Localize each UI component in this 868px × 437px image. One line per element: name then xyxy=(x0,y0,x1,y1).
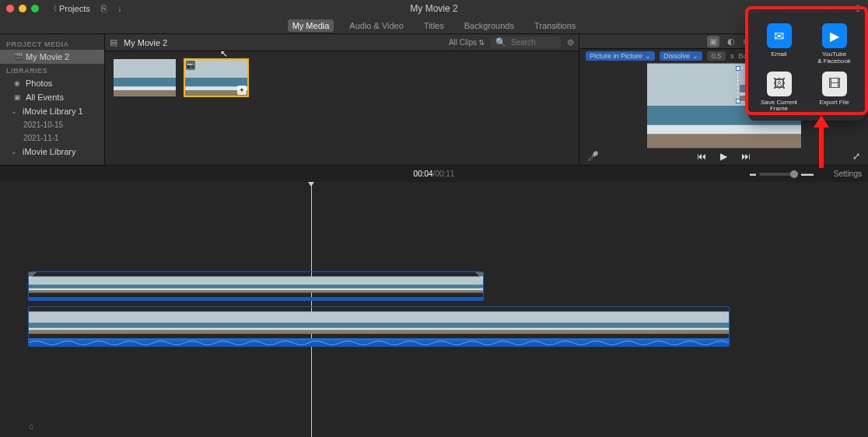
svg-rect-152 xyxy=(663,312,701,323)
share-export-file[interactable]: 🎞 Export File xyxy=(808,72,860,114)
settings-gear-icon[interactable]: ⊚ xyxy=(567,37,574,47)
timeline[interactable]: ♫ xyxy=(0,182,868,437)
clip-thumb-2[interactable]: 📷 + xyxy=(184,59,248,96)
email-icon: ✉ xyxy=(767,23,792,48)
minimize-window[interactable] xyxy=(19,5,26,12)
svg-rect-84 xyxy=(29,312,66,323)
search-field[interactable]: 🔍 xyxy=(491,37,561,48)
next-icon[interactable]: ⏭ xyxy=(741,151,751,162)
overlay-track-clip[interactable] xyxy=(28,271,484,301)
svg-rect-86 xyxy=(29,328,66,330)
prev-icon[interactable]: ⏮ xyxy=(697,151,706,162)
sidebar-photos[interactable]: ◉ Photos xyxy=(0,76,104,90)
sidebar-library-1[interactable]: ⌄ iMovie Library 1 xyxy=(0,104,104,118)
media-browser: ▤ My Movie 2 All Clips ⇅ 🔍 ⊚ 📷 + xyxy=(105,34,579,165)
svg-rect-78 xyxy=(437,288,464,290)
color-balance-icon[interactable]: ◐ xyxy=(727,37,735,47)
clip-audio xyxy=(29,297,483,301)
clip-audio xyxy=(29,338,729,347)
svg-rect-34 xyxy=(138,288,165,290)
overlay-icon[interactable]: ▣ xyxy=(707,36,719,47)
list-icon[interactable]: ▤ xyxy=(110,37,117,47)
sidebar-project[interactable]: 🎬 My Movie 2 xyxy=(0,50,104,64)
tab-transitions[interactable]: Transitions xyxy=(530,19,580,32)
updown-icon: ⇅ xyxy=(478,38,485,47)
transition-label: Dissolve xyxy=(663,52,690,60)
download-icon[interactable]: ↓ xyxy=(117,3,122,14)
svg-rect-99 xyxy=(141,330,178,334)
chevron-down-icon: ⌄ xyxy=(645,52,651,60)
transition-dropdown[interactable]: Dissolve ⌄ xyxy=(660,51,702,61)
sidebar-header-libraries: LIBRARIES xyxy=(0,64,104,76)
svg-rect-56 xyxy=(301,277,328,285)
tab-audio-video[interactable]: Audio & Video xyxy=(345,19,408,32)
zoom-window[interactable] xyxy=(31,5,39,12)
svg-rect-63 xyxy=(328,290,355,293)
svg-rect-146 xyxy=(589,328,626,330)
share-popover: ✉ Email ▶ YouTube & Facebook 🖼 Save Curr… xyxy=(748,16,865,121)
projects-back-button[interactable]: 〈 Projects xyxy=(50,4,90,14)
close-window[interactable] xyxy=(6,5,14,12)
svg-rect-18 xyxy=(29,288,56,290)
svg-rect-91 xyxy=(66,330,103,334)
browser-header: ▤ My Movie 2 All Clips ⇅ 🔍 ⊚ xyxy=(105,34,579,51)
sidebar-all-events[interactable]: ▣ All Events xyxy=(0,90,104,104)
svg-rect-28 xyxy=(110,277,138,285)
search-input[interactable] xyxy=(509,37,556,47)
svg-rect-116 xyxy=(327,312,365,323)
play-icon[interactable]: ▶ xyxy=(720,151,727,162)
fullscreen-icon[interactable]: ⤢ xyxy=(852,151,860,162)
sidebar-event-2[interactable]: 2021-11-1 xyxy=(0,131,104,145)
document-title: My Movie 2 xyxy=(0,3,868,14)
share-save-frame[interactable]: 🖼 Save Current Frame xyxy=(753,72,805,114)
zoom-slider[interactable]: ▬ ▬▬ xyxy=(750,170,814,177)
svg-rect-95 xyxy=(103,330,141,334)
duration-input[interactable]: 0.5 xyxy=(707,51,726,61)
share-icon[interactable]: ⇪ xyxy=(854,3,862,14)
tab-titles[interactable]: Titles xyxy=(419,19,449,32)
clip-filter-dropdown[interactable]: All Clips ⇅ xyxy=(449,38,485,47)
add-icon[interactable]: + xyxy=(237,86,247,95)
image-icon: 🖼 xyxy=(767,72,792,96)
svg-rect-123 xyxy=(365,330,402,334)
svg-rect-120 xyxy=(365,312,402,323)
zoom-in-icon: ▬▬ xyxy=(801,170,814,177)
timeline-settings-button[interactable]: Settings xyxy=(834,170,862,178)
sidebar-event-1[interactable]: 2021-10-15 xyxy=(0,118,104,131)
sidebar-item-label: All Events xyxy=(26,93,64,102)
projects-label: Projects xyxy=(59,4,90,13)
svg-rect-88 xyxy=(66,312,103,323)
svg-rect-132 xyxy=(477,312,514,323)
tab-my-media[interactable]: My Media xyxy=(288,19,334,32)
svg-rect-115 xyxy=(290,330,327,334)
primary-track-clip[interactable] xyxy=(28,306,730,347)
svg-rect-40 xyxy=(192,277,219,285)
import-icon[interactable]: ⎘ xyxy=(101,3,107,14)
pip-handle[interactable] xyxy=(736,66,740,71)
overlay-mode-dropdown[interactable]: Picture in Picture ⌄ xyxy=(586,51,655,61)
svg-rect-151 xyxy=(626,330,663,334)
film-icon: 🎬 xyxy=(14,53,22,61)
media-tabbar: My Media Audio & Video Titles Background… xyxy=(0,17,868,34)
svg-rect-59 xyxy=(301,290,328,293)
svg-rect-135 xyxy=(477,330,514,334)
svg-rect-139 xyxy=(514,330,551,334)
share-youtube-facebook[interactable]: ▶ YouTube & Facebook xyxy=(808,23,860,65)
svg-rect-106 xyxy=(215,328,253,330)
tab-backgrounds[interactable]: Backgrounds xyxy=(460,19,519,32)
svg-rect-71 xyxy=(383,290,410,293)
sidebar-library-2[interactable]: ⌄ iMovie Library xyxy=(0,145,104,159)
clip-thumb-1[interactable] xyxy=(113,59,177,96)
pip-handle[interactable] xyxy=(736,99,740,103)
titlebar: 〈 Projects ⎘ ↓ My Movie 2 ⇪ xyxy=(0,0,868,17)
svg-rect-134 xyxy=(477,328,514,330)
share-email[interactable]: ✉ Email xyxy=(753,23,805,65)
svg-rect-27 xyxy=(83,290,110,293)
zoom-thumb[interactable] xyxy=(790,170,798,178)
svg-rect-138 xyxy=(514,328,551,330)
svg-rect-147 xyxy=(589,330,626,334)
svg-rect-70 xyxy=(383,288,410,290)
mic-icon[interactable]: 🎤 xyxy=(587,151,599,162)
svg-rect-67 xyxy=(355,290,383,293)
svg-rect-62 xyxy=(328,288,355,290)
